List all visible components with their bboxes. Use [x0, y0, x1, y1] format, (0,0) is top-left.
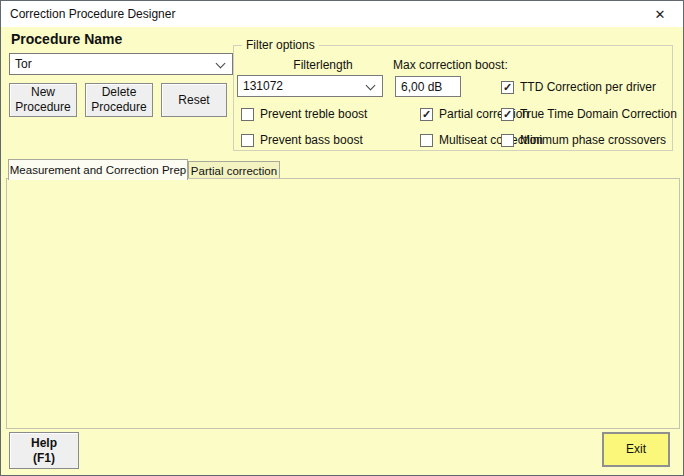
title-bar: Correction Procedure Designer: [1, 1, 683, 27]
true-time-domain-correction-label: True Time Domain Correction: [520, 107, 677, 121]
checkbox-icon: ✓: [501, 108, 514, 121]
correction-procedure-designer-dialog: Correction Procedure Designer ✕ Procedur…: [0, 0, 684, 476]
filterlength-combobox[interactable]: 131072: [237, 75, 383, 97]
minimum-phase-crossovers-label: Minimum phase crossovers: [520, 133, 666, 147]
tab-measurement-and-correction-prep[interactable]: Measurement and Correction Prep: [8, 159, 188, 180]
prevent-treble-boost-checkbox[interactable]: Prevent treble boost: [241, 107, 367, 121]
procedure-name-value: Tor: [15, 57, 32, 71]
tab-page: [6, 178, 680, 429]
new-procedure-button[interactable]: New Procedure: [9, 83, 77, 117]
ttd-correction-per-driver-checkbox[interactable]: ✓ TTD Correction per driver: [501, 80, 656, 94]
prevent-bass-boost-checkbox[interactable]: Prevent bass boost: [241, 133, 363, 147]
max-correction-boost-value: 6,00 dB: [401, 80, 442, 94]
tab-label: Partial correction: [191, 165, 277, 177]
chevron-down-icon: [366, 81, 376, 91]
checkbox-icon: ✓: [501, 81, 514, 94]
filterlength-label: Filterlength: [263, 58, 383, 72]
window-title: Correction Procedure Designer: [1, 7, 175, 21]
exit-button[interactable]: Exit: [602, 432, 670, 467]
checkbox-icon: [420, 134, 433, 147]
ttd-correction-per-driver-label: TTD Correction per driver: [520, 80, 656, 94]
reset-button[interactable]: Reset: [161, 83, 227, 117]
close-button[interactable]: ✕: [637, 1, 683, 27]
tab-partial-correction[interactable]: Partial correction: [188, 161, 280, 179]
checkbox-icon: [241, 134, 254, 147]
help-button[interactable]: Help (F1): [9, 432, 79, 469]
close-icon: ✕: [655, 7, 666, 22]
filter-options-title: Filter options: [242, 38, 319, 52]
prevent-treble-boost-label: Prevent treble boost: [260, 107, 367, 121]
checkbox-icon: [241, 108, 254, 121]
chevron-down-icon: [216, 59, 226, 69]
true-time-domain-correction-checkbox[interactable]: ✓ True Time Domain Correction: [501, 107, 677, 121]
procedure-name-heading: Procedure Name: [11, 31, 122, 47]
delete-procedure-button[interactable]: Delete Procedure: [85, 83, 153, 117]
minimum-phase-crossovers-checkbox[interactable]: Minimum phase crossovers: [501, 133, 666, 147]
max-correction-boost-label: Max correction boost:: [393, 58, 508, 72]
filterlength-value: 131072: [243, 79, 283, 93]
procedure-name-combobox[interactable]: Tor: [9, 53, 233, 75]
checkbox-icon: [501, 134, 514, 147]
max-correction-boost-input[interactable]: 6,00 dB: [395, 76, 461, 97]
tab-label: Measurement and Correction Prep: [10, 164, 186, 176]
checkbox-icon: ✓: [420, 108, 433, 121]
prevent-bass-boost-label: Prevent bass boost: [260, 133, 363, 147]
